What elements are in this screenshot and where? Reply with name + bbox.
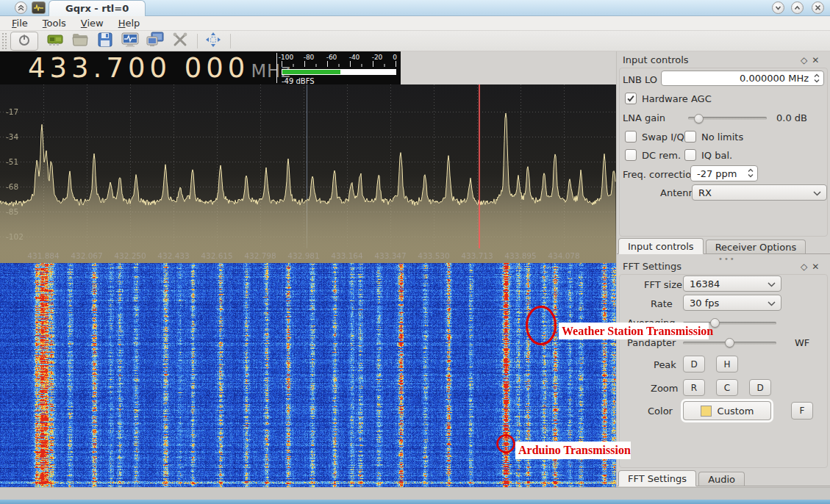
- frequency-display[interactable]: 433.700 000MHz -100 -80 -60 -40 -20 0: [0, 51, 401, 84]
- toolbar-drag-handle[interactable]: [1, 32, 8, 50]
- chevron-down-icon: [768, 282, 776, 287]
- lnb-lo-spinbox[interactable]: 0.000000 MHz: [661, 71, 824, 86]
- settings-tools-button[interactable]: [171, 32, 190, 51]
- fft-size-combo[interactable]: 16384: [683, 276, 781, 292]
- color-custom-button[interactable]: Custom: [683, 401, 771, 420]
- close-dock-icon[interactable]: ✕: [812, 262, 823, 272]
- gqrx-app-icon: [32, 1, 46, 14]
- fullscreen-button[interactable]: [204, 32, 223, 51]
- hardware-agc-checkbox[interactable]: [625, 93, 637, 104]
- title-bar: Gqrx - rtl=0: [0, 0, 830, 16]
- float-dock-icon[interactable]: ◇: [801, 55, 812, 65]
- folder-icon: [71, 31, 89, 51]
- float-dock-icon[interactable]: ◇: [801, 262, 812, 272]
- minimize-button[interactable]: [772, 1, 784, 14]
- pandapter-slider-handle[interactable]: [725, 338, 734, 348]
- menu-file[interactable]: File: [4, 16, 35, 30]
- hardware-agc-label: Hardware AGC: [642, 93, 712, 104]
- swap-iq-label: Swap I/Q: [642, 132, 684, 143]
- window-bottom-edge: [0, 500, 830, 504]
- menu-bar: File Tools View Help: [0, 16, 830, 31]
- zoom-demod-button[interactable]: D: [749, 379, 771, 396]
- tab-fft-settings[interactable]: FFT Settings: [618, 470, 696, 486]
- fft-settings-title: FFT Settings: [623, 261, 681, 272]
- rate-combo[interactable]: 30 fps: [683, 295, 781, 311]
- gqrx-window: Gqrx - rtl=0 File Tools View Help: [0, 0, 830, 504]
- load-settings-button[interactable]: [71, 32, 90, 51]
- spectrum-plot[interactable]: [0, 84, 616, 263]
- pandapter-wf-label: WF: [795, 337, 809, 348]
- meter-ticks: [282, 61, 396, 67]
- minimize-icon: [774, 1, 782, 15]
- peak-label: Peak: [654, 359, 676, 370]
- tab-receiver-options[interactable]: Receiver Options: [706, 240, 806, 253]
- toolbar: [0, 31, 830, 51]
- antenna-combo[interactable]: RX: [692, 184, 827, 201]
- freq-correction-spinbox[interactable]: -27 ppm: [690, 165, 758, 181]
- weather-station-annotation: Weather Station Transmission: [559, 323, 709, 339]
- window-title[interactable]: Gqrx - rtl=0: [49, 0, 146, 16]
- swap-iq-checkbox[interactable]: [625, 131, 637, 143]
- shade-button[interactable]: [15, 1, 27, 14]
- maximize-icon: [793, 1, 801, 15]
- input-controls-dock-buttons: ◇✕: [801, 55, 823, 65]
- lna-gain-value: 0.0 dB: [776, 112, 807, 123]
- tab-input-controls[interactable]: Input controls: [618, 238, 704, 254]
- dc-rem-label: DC rem.: [642, 150, 681, 161]
- dock-splitter-handle[interactable]: •••: [718, 255, 736, 263]
- color-swatch-icon: [701, 406, 712, 417]
- tuner-card-icon: [46, 31, 64, 51]
- tab-audio[interactable]: Audio: [698, 472, 745, 486]
- menu-tools[interactable]: Tools: [35, 16, 74, 30]
- lna-gain-slider-handle[interactable]: [694, 114, 704, 123]
- power-icon: [17, 32, 32, 50]
- iq-bal-label: IQ bal.: [701, 150, 732, 161]
- signal-meter: -100 -80 -60 -40 -20 0 -49 dBFS: [276, 53, 400, 83]
- rate-label: Rate: [651, 298, 673, 309]
- chevron-down-icon: [813, 191, 821, 196]
- zoom-reset-button[interactable]: R: [683, 379, 705, 396]
- check-icon: [626, 92, 635, 106]
- waveform-monitor-icon: [121, 31, 140, 51]
- no-limits-label: No limits: [701, 132, 743, 143]
- arduino-circle: [496, 433, 518, 458]
- save-icon: [96, 31, 114, 51]
- menu-help[interactable]: Help: [111, 16, 148, 30]
- start-dsp-button[interactable]: [10, 32, 38, 51]
- computers-icon: [146, 31, 165, 51]
- tools-icon: [171, 31, 189, 51]
- close-button[interactable]: [812, 1, 824, 14]
- zoom-center-button[interactable]: C: [716, 379, 738, 396]
- close-dock-icon[interactable]: ✕: [812, 55, 823, 65]
- freq-correction-label: Freq. correction: [623, 169, 697, 180]
- color-label: Color: [648, 406, 673, 417]
- weather-station-circle: [524, 305, 558, 349]
- status-bar: [0, 487, 830, 500]
- chevron-down-icon: [768, 301, 776, 306]
- arduino-annotation: Arduino Transmission: [515, 442, 631, 459]
- spin-arrows-icon[interactable]: [747, 168, 754, 181]
- dock-tabbar-top: Input controls Receiver Options: [617, 238, 830, 254]
- peak-hold-button[interactable]: H: [716, 356, 738, 372]
- dsp-display-button[interactable]: [121, 32, 140, 51]
- configure-io-button[interactable]: [46, 32, 65, 51]
- fft-fill-button[interactable]: F: [791, 402, 813, 420]
- iq-bal-checkbox[interactable]: [684, 149, 696, 161]
- peak-detect-button[interactable]: D: [683, 356, 705, 372]
- frequency-digits[interactable]: 433.700 000MHz: [28, 52, 291, 84]
- remote-control-button[interactable]: [146, 32, 165, 51]
- meter-bar: [282, 69, 396, 75]
- menu-view[interactable]: View: [74, 16, 111, 30]
- input-controls-title: Input controls: [623, 54, 689, 65]
- no-limits-checkbox[interactable]: [684, 131, 696, 143]
- toolbar-separator: [197, 34, 198, 48]
- meter-scale-labels: -100 -80 -60 -40 -20 0: [282, 54, 397, 61]
- lnb-lo-label: LNB LO: [623, 74, 657, 85]
- shade-icon: [17, 1, 25, 15]
- move-arrows-icon: [204, 31, 222, 51]
- save-settings-button[interactable]: [96, 32, 115, 51]
- spin-arrows-icon[interactable]: [813, 73, 820, 86]
- frequency-row: 433.700 000MHz -100 -80 -60 -40 -20 0: [0, 51, 616, 84]
- maximize-button[interactable]: [791, 1, 804, 14]
- dc-rem-checkbox[interactable]: [625, 149, 637, 161]
